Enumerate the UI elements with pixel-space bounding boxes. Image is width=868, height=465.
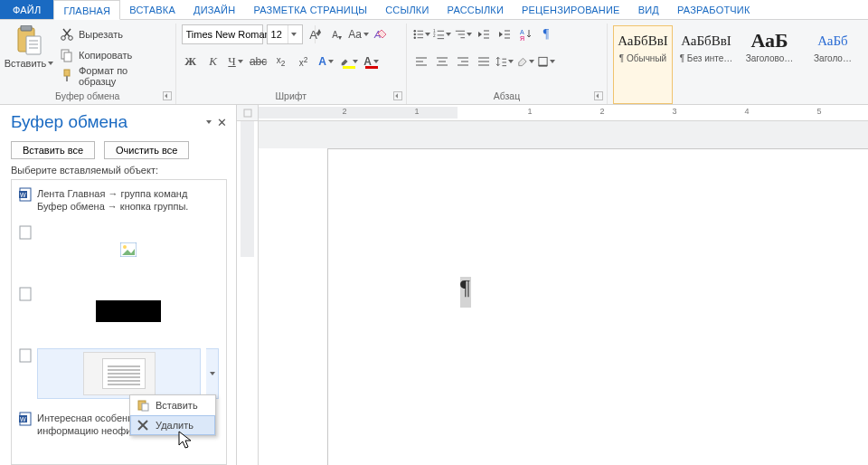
style-name-label: ¶ Обычный — [619, 53, 666, 63]
line-spacing-button[interactable] — [495, 52, 514, 71]
clear-format-button[interactable]: A — [372, 25, 390, 43]
clip-item-shape[interactable] — [15, 283, 222, 339]
tab-file[interactable]: ФАЙЛ — [0, 0, 53, 19]
bold-button[interactable]: Ж — [182, 52, 200, 71]
show-marks-button[interactable]: ¶ — [537, 25, 555, 43]
paste-all-button[interactable]: Вставить все — [11, 141, 95, 159]
align-right-button[interactable] — [454, 52, 472, 71]
font-size-combo[interactable] — [267, 24, 303, 44]
tab-page-layout[interactable]: РАЗМЕТКА СТРАНИЦЫ — [244, 0, 376, 19]
indent-dec-button[interactable] — [475, 25, 493, 43]
document-area[interactable]: 1 2 1 2 3 4 5 6 ¶ — [237, 105, 868, 465]
copy-icon — [60, 48, 74, 62]
highlight-button[interactable] — [340, 52, 358, 71]
shading-button[interactable] — [516, 52, 534, 71]
align-justify-button[interactable] — [475, 52, 493, 71]
align-left-button[interactable] — [412, 52, 430, 71]
font-size-drop-icon[interactable] — [288, 25, 300, 43]
text-effects-button[interactable]: A — [317, 52, 335, 71]
svg-point-17 — [414, 37, 416, 39]
ruler-horizontal[interactable]: 1 2 1 2 3 4 5 6 — [259, 105, 868, 121]
tab-developer[interactable]: РАЗРАБОТЧИК — [668, 0, 760, 19]
ctx-delete-label: Удалить — [156, 420, 193, 431]
style-heading1[interactable]: АаБ Заголово… — [740, 25, 799, 104]
grow-font-button[interactable]: A▴ — [307, 25, 325, 43]
clip-item-text[interactable]: W Лента Главная → группа команд Буфер об… — [15, 184, 222, 216]
underline-button[interactable]: Ч — [227, 52, 245, 71]
tab-home[interactable]: ГЛАВНАЯ — [53, 0, 120, 20]
paragraph-launcher-icon[interactable] — [594, 91, 603, 100]
format-painter-button[interactable]: Формат по образцу — [58, 67, 170, 85]
font-size-input[interactable] — [268, 25, 288, 43]
page[interactable] — [327, 148, 868, 465]
copy-button[interactable]: Копировать — [58, 46, 170, 64]
clear-all-button[interactable]: Очистить все — [104, 141, 189, 159]
ctx-paste[interactable]: Вставить — [130, 395, 215, 415]
group-styles: АаБбВвІ ¶ Обычный АаБбВвІ ¶ Без инте… Аа… — [608, 24, 868, 104]
tab-insert[interactable]: ВСТАВКА — [120, 0, 184, 19]
brush-icon — [60, 69, 74, 83]
multilevel-button[interactable] — [454, 25, 472, 43]
svg-rect-11 — [64, 52, 71, 62]
copy-label: Копировать — [79, 50, 132, 61]
scissors-icon — [60, 27, 74, 42]
shrink-font-button[interactable]: A▾ — [328, 25, 346, 43]
context-menu: Вставить Удалить — [129, 394, 216, 436]
tab-view[interactable]: ВИД — [629, 0, 668, 19]
sort-button[interactable]: AЯ — [516, 25, 534, 43]
style-heading2[interactable]: АаБб Заголо… — [803, 25, 863, 104]
style-preview: АаБ — [750, 28, 788, 53]
group-font: A▴ A▾ Aa A Ж К Ч abc x2 x2 A A Шрифт — [176, 24, 407, 104]
svg-text:W: W — [20, 192, 26, 198]
style-normal[interactable]: АаБбВвІ ¶ Обычный — [613, 25, 673, 104]
word-badge-icon: W — [19, 187, 32, 202]
pane-title: Буфер обмена — [11, 112, 127, 132]
tab-references[interactable]: ССЫЛКИ — [376, 0, 438, 19]
bullets-button[interactable] — [412, 25, 430, 43]
style-preview: АаБбВвІ — [618, 28, 668, 53]
ruler-corner[interactable] — [237, 105, 259, 121]
svg-rect-12 — [64, 70, 70, 76]
ruler-vertical[interactable] — [237, 121, 259, 465]
change-case-button[interactable]: Aa — [350, 25, 368, 43]
image-badge-icon — [19, 287, 32, 301]
format-painter-label: Формат по образцу — [79, 65, 168, 87]
group-clipboard: Вставить Вырезать Копировать Формат по о… — [0, 24, 176, 104]
paste-button[interactable]: Вставить — [5, 24, 52, 71]
ctx-delete[interactable]: Удалить — [130, 415, 215, 435]
svg-marker-33 — [499, 32, 503, 37]
svg-point-15 — [414, 30, 416, 32]
ribbon: Вставить Вырезать Копировать Формат по о… — [0, 20, 868, 105]
svg-rect-68 — [244, 109, 251, 117]
clip-item-drop-icon[interactable] — [206, 348, 219, 399]
svg-rect-59 — [20, 226, 31, 239]
clip-item-image[interactable] — [15, 222, 222, 278]
pane-close-icon[interactable]: ✕ — [217, 116, 227, 129]
svg-point-16 — [414, 33, 416, 35]
style-name-label: Заголо… — [814, 53, 852, 63]
strike-button[interactable]: abc — [250, 52, 268, 71]
numbering-button[interactable]: 12 — [433, 25, 451, 43]
font-color-button[interactable]: A — [363, 52, 381, 71]
cut-button[interactable]: Вырезать — [58, 25, 170, 43]
borders-button[interactable] — [537, 52, 555, 71]
font-launcher-icon[interactable] — [393, 91, 402, 100]
group-paragraph-label: Абзац — [412, 89, 601, 104]
tab-mailings[interactable]: РАССЫЛКИ — [439, 0, 513, 19]
svg-text:W: W — [20, 416, 26, 422]
superscript-button[interactable]: x2 — [295, 52, 313, 71]
style-no-spacing[interactable]: АаБбВвІ ¶ Без инте… — [676, 25, 736, 104]
subscript-button[interactable]: x2 — [272, 52, 290, 71]
tab-design[interactable]: ДИЗАЙН — [184, 0, 244, 19]
picture-icon — [120, 242, 137, 257]
svg-rect-1 — [21, 25, 32, 31]
delete-x-icon — [136, 418, 150, 432]
ribbon-tabs: ФАЙЛ ГЛАВНАЯ ВСТАВКА ДИЗАЙН РАЗМЕТКА СТР… — [0, 0, 868, 20]
pane-options-icon[interactable] — [206, 120, 212, 124]
italic-button[interactable]: К — [204, 52, 222, 71]
tab-review[interactable]: РЕЦЕНЗИРОВАНИЕ — [513, 0, 629, 19]
font-name-combo[interactable] — [182, 24, 263, 44]
clipboard-launcher-icon[interactable] — [163, 91, 172, 100]
indent-inc-button[interactable] — [495, 25, 514, 43]
align-center-button[interactable] — [433, 52, 451, 71]
